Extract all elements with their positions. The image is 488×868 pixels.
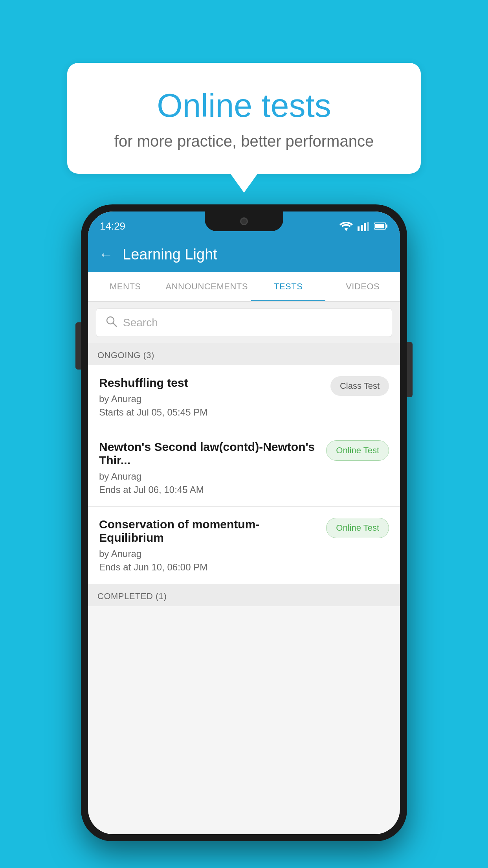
svg-rect-1 [361, 225, 363, 231]
test-name-newtons: Newton's Second law(contd)-Newton's Thir… [99, 440, 320, 467]
battery-icon [374, 222, 388, 230]
test-date-reshuffling: Starts at Jul 05, 05:45 PM [99, 407, 324, 418]
test-badge-conservation: Online Test [326, 518, 389, 538]
wifi-icon [339, 221, 353, 231]
svg-rect-2 [364, 223, 366, 231]
app-title: Learning Light [123, 246, 217, 263]
test-item-conservation[interactable]: Conservation of momentum-Equilibrium by … [88, 507, 400, 584]
status-time: 14:29 [100, 220, 125, 232]
completed-section-header: COMPLETED (1) [88, 584, 400, 606]
test-by-reshuffling: by Anurag [99, 394, 324, 405]
test-date-conservation: Ends at Jun 10, 06:00 PM [99, 562, 320, 573]
test-badge-newtons: Online Test [326, 440, 389, 461]
test-by-newtons: by Anurag [99, 471, 320, 482]
test-item-newtons[interactable]: Newton's Second law(contd)-Newton's Thir… [88, 429, 400, 507]
test-name-conservation: Conservation of momentum-Equilibrium [99, 518, 320, 544]
test-item-reshuffling[interactable]: Reshuffling test by Anurag Starts at Jul… [88, 365, 400, 429]
svg-rect-6 [375, 224, 384, 228]
tab-videos[interactable]: VIDEOS [325, 272, 400, 301]
app-header: ← Learning Light [88, 237, 400, 272]
tab-announcements[interactable]: ANNOUNCEMENTS [163, 272, 251, 301]
signal-icon [358, 221, 369, 231]
test-date-newtons: Ends at Jul 06, 10:45 AM [99, 484, 320, 495]
svg-rect-3 [367, 222, 369, 231]
test-badge-reshuffling: Class Test [330, 376, 389, 396]
front-camera [240, 217, 248, 225]
svg-line-8 [113, 323, 116, 326]
promo-bubble: Online tests for more practice, better p… [67, 63, 421, 174]
test-info-reshuffling: Reshuffling test by Anurag Starts at Jul… [99, 376, 330, 418]
svg-rect-0 [358, 226, 360, 231]
bubble-title: Online tests [99, 86, 389, 125]
test-info-newtons: Newton's Second law(contd)-Newton's Thir… [99, 440, 326, 495]
phone-outer-shell: 14:29 [81, 204, 407, 841]
tab-tests[interactable]: TESTS [251, 272, 326, 301]
search-container: Search [88, 302, 400, 343]
test-by-conservation: by Anurag [99, 548, 320, 559]
tab-ments[interactable]: MENTS [88, 272, 163, 301]
search-icon [106, 316, 117, 329]
ongoing-section-header: ONGOING (3) [88, 343, 400, 365]
tabs-bar: MENTS ANNOUNCEMENTS TESTS VIDEOS [88, 272, 400, 302]
test-info-conservation: Conservation of momentum-Equilibrium by … [99, 518, 326, 573]
back-button[interactable]: ← [99, 246, 113, 263]
bubble-card: Online tests for more practice, better p… [67, 63, 421, 174]
phone-screen: 14:29 [88, 211, 400, 834]
svg-rect-5 [386, 224, 387, 228]
search-placeholder: Search [123, 316, 158, 329]
phone-notch [205, 211, 283, 231]
bubble-subtitle: for more practice, better performance [99, 132, 389, 150]
status-icons [339, 221, 388, 231]
search-bar[interactable]: Search [96, 308, 392, 337]
test-name-reshuffling: Reshuffling test [99, 376, 324, 390]
phone-mockup: 14:29 [81, 204, 407, 841]
